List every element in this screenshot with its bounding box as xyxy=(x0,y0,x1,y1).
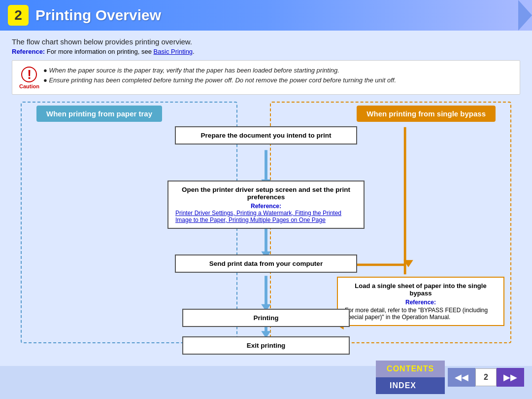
next-button[interactable]: ▶▶ xyxy=(497,368,524,387)
reference-text: For more information on printing, see xyxy=(47,48,152,55)
page-number: 2 xyxy=(475,368,497,386)
box-send-print-data: Send print data from your computer xyxy=(175,254,357,273)
caution-text: ● When the paper source is the paper tra… xyxy=(43,66,396,85)
caution-icon: ! Caution xyxy=(19,67,39,89)
bypass-ref-label: Reference: xyxy=(345,299,497,306)
box-printing: Printing xyxy=(182,309,350,327)
box-exit-printing: Exit printing xyxy=(182,336,350,355)
link-watermark[interactable]: Printing a Watermark xyxy=(236,210,292,217)
link-printer-driver-settings[interactable]: Printer Driver Settings xyxy=(175,210,233,217)
caution-label: Caution xyxy=(19,83,39,89)
caution-bullet1: ● When the paper source is the paper tra… xyxy=(43,66,396,75)
flowchart-area: When printing from paper tray When print… xyxy=(17,102,515,353)
basic-printing-link[interactable]: Basic Printing xyxy=(154,48,193,55)
header-arrow-decoration xyxy=(518,0,532,31)
caution-box: ! Caution ● When the paper source is the… xyxy=(12,60,520,95)
reference-label: Reference: xyxy=(12,48,45,55)
lane-left-header: When printing from paper tray xyxy=(36,106,162,122)
chapter-number: 2 xyxy=(8,5,29,26)
reference-line: Reference: For more information on print… xyxy=(12,48,520,55)
page-header: 2 Printing Overview xyxy=(0,0,532,31)
contents-button[interactable]: CONTENTS xyxy=(376,361,445,377)
caution-bullet2: ● Ensure printing has been completed bef… xyxy=(43,75,396,85)
box-single-bypass: Load a single sheet of paper into the si… xyxy=(337,277,504,326)
link-multiple-pages[interactable]: Printing Multiple Pages on One Page xyxy=(229,217,326,223)
box-driver-setup: Open the printer driver setup screen and… xyxy=(167,181,365,229)
driver-ref-label: Reference: xyxy=(175,203,357,210)
intro-text: The flow chart shown below provides prin… xyxy=(12,37,520,46)
main-content: The flow chart shown below provides prin… xyxy=(0,31,532,366)
page-title: Printing Overview xyxy=(35,7,161,24)
lane-right-header: When printing from single bypass xyxy=(357,106,496,122)
bottom-navigation: CONTENTS INDEX ◀◀ 2 ▶▶ xyxy=(376,361,524,394)
index-button[interactable]: INDEX xyxy=(376,377,445,394)
driver-ref-links[interactable]: Printer Driver Settings, Printing a Wate… xyxy=(175,210,357,223)
prev-button[interactable]: ◀◀ xyxy=(448,368,475,387)
box-prepare: Prepare the document you intend to print xyxy=(175,126,357,145)
bypass-ref-text: For more detail, refer to the "BYPASS FE… xyxy=(345,307,497,321)
